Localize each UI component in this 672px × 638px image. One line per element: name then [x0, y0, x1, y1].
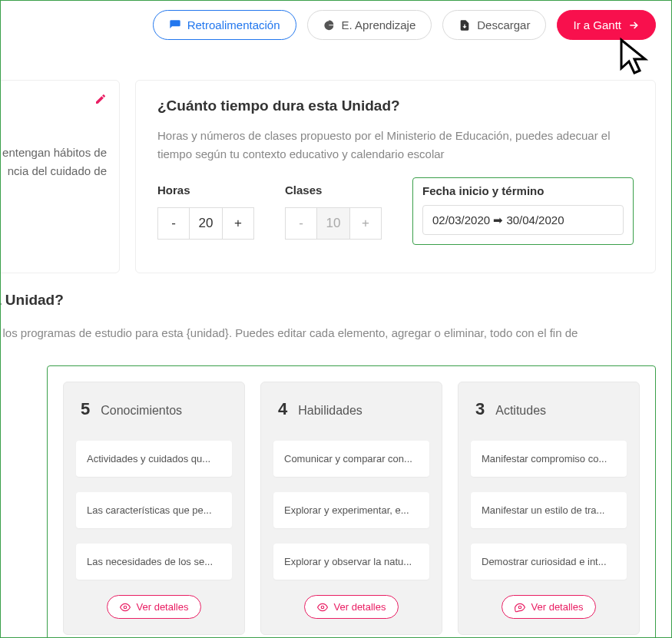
- date-label: Fecha inicio y término: [422, 184, 624, 197]
- side-text: entengan hábitos de ncia del cuidado de: [0, 144, 107, 180]
- list-item[interactable]: Explorar y experimentar, e...: [273, 492, 429, 528]
- column-title: Conocimientos: [101, 404, 182, 418]
- pencil-icon[interactable]: [94, 93, 107, 105]
- hours-group: Horas - 20 +: [157, 183, 254, 245]
- column-actitudes: 3 Actitudes Manifestar compromiso co... …: [458, 382, 640, 635]
- list-item[interactable]: Manifestar un estilo de tra...: [471, 492, 627, 528]
- column-habilidades: 4 Habilidades Comunicar y comparar con..…: [260, 382, 442, 635]
- download-label: Descargar: [477, 18, 530, 31]
- main-layout: entengan hábitos de ncia del cuidado de …: [1, 49, 671, 273]
- feedback-button[interactable]: Retroalimentación: [153, 10, 296, 40]
- top-toolbar: Retroalimentación E. Aprendizaje Descarg…: [1, 1, 671, 49]
- details-label: Ver detalles: [137, 601, 189, 613]
- column-count: 3: [475, 399, 485, 419]
- eye-icon: [120, 602, 131, 613]
- duration-title: ¿Cuánto tiempo dura esta Unidad?: [157, 98, 634, 114]
- elements-title: a Unidad?: [0, 292, 656, 309]
- list-item[interactable]: Explorar y observar la natu...: [273, 544, 429, 580]
- list-item[interactable]: Las características que pe...: [76, 492, 232, 528]
- eye-icon: [515, 602, 525, 613]
- download-button[interactable]: Descargar: [442, 10, 546, 40]
- elements-desc: g los programas de estudio para esta {un…: [0, 324, 656, 342]
- column-header: 5 Conocimientos: [76, 399, 232, 419]
- classes-value: 10: [317, 207, 349, 240]
- learning-label: E. Aprendizaje: [342, 18, 416, 31]
- details-label: Ver detalles: [531, 601, 584, 613]
- svg-point-2: [518, 606, 521, 609]
- classes-group: Clases - 10 +: [285, 183, 382, 245]
- hours-minus-button[interactable]: -: [157, 207, 190, 240]
- svg-point-1: [321, 606, 324, 609]
- gantt-button[interactable]: Ir a Gantt: [557, 10, 656, 40]
- date-range-input[interactable]: [422, 205, 624, 235]
- details-label: Ver detalles: [334, 601, 386, 613]
- feedback-label: Retroalimentación: [187, 18, 280, 31]
- column-header: 4 Habilidades: [273, 399, 429, 419]
- classes-minus-button: -: [285, 207, 317, 240]
- column-count: 4: [278, 399, 287, 419]
- hours-value: 20: [190, 207, 222, 240]
- eye-icon: [317, 602, 328, 613]
- file-download-icon: [458, 19, 471, 31]
- details-button[interactable]: Ver detalles: [502, 595, 597, 619]
- classes-plus-button: +: [349, 207, 382, 240]
- column-title: Actitudes: [495, 404, 546, 418]
- details-button[interactable]: Ver detalles: [304, 595, 399, 619]
- list-item[interactable]: Demostrar curiosidad e int...: [471, 544, 627, 580]
- comment-icon: [169, 19, 181, 31]
- hours-stepper: - 20 +: [157, 207, 254, 240]
- controls-row: Horas - 20 + Clases - 10 + Fecha inicio …: [157, 183, 634, 245]
- date-group: Fecha inicio y término: [412, 177, 634, 245]
- gantt-label: Ir a Gantt: [573, 18, 621, 31]
- learning-button[interactable]: E. Aprendizaje: [307, 10, 432, 40]
- column-title: Habilidades: [298, 404, 362, 418]
- classes-stepper: - 10 +: [285, 207, 382, 240]
- column-count: 5: [81, 399, 90, 419]
- arrow-right-icon: [627, 19, 640, 31]
- duration-desc: Horas y números de clases propuesto por …: [157, 127, 634, 164]
- columns-wrap: 5 Conocimientos Actividades y cuidados q…: [47, 365, 656, 638]
- column-header: 3 Actitudes: [471, 399, 627, 419]
- list-item[interactable]: Actividades y cuidados qu...: [76, 441, 232, 477]
- list-item[interactable]: Manifestar compromiso co...: [471, 441, 627, 477]
- side-panel: entengan hábitos de ncia del cuidado de: [0, 80, 120, 273]
- classes-label: Clases: [285, 183, 382, 197]
- duration-card: ¿Cuánto tiempo dura esta Unidad? Horas y…: [135, 80, 656, 273]
- pie-chart-icon: [323, 19, 336, 31]
- details-button[interactable]: Ver detalles: [107, 595, 202, 619]
- elements-section: a Unidad? g los programas de estudio par…: [0, 273, 671, 638]
- svg-point-0: [124, 606, 127, 609]
- column-conocimientos: 5 Conocimientos Actividades y cuidados q…: [63, 382, 245, 635]
- hours-label: Horas: [157, 183, 254, 197]
- list-item[interactable]: Comunicar y comparar con...: [273, 441, 429, 477]
- list-item[interactable]: Las necesidades de los se...: [76, 544, 232, 580]
- hours-plus-button[interactable]: +: [222, 207, 254, 240]
